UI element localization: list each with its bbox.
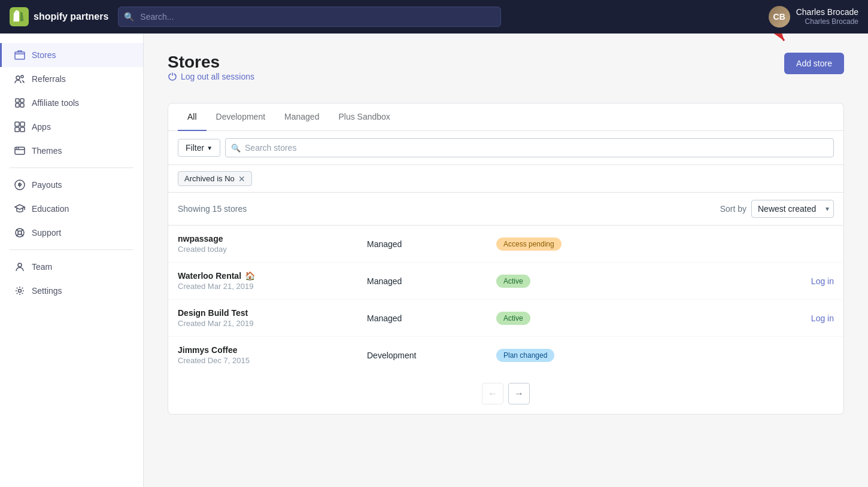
user-menu[interactable]: CB Charles Brocade Charles Brocade xyxy=(769,6,858,28)
stores-search-icon: 🔍 xyxy=(231,144,241,153)
status-badge: Plan changed xyxy=(496,349,554,362)
sidebar-item-referrals[interactable]: Referrals xyxy=(0,67,143,91)
sidebar-label-themes: Themes xyxy=(32,146,62,156)
top-navigation: shopify partners 🔍 CB Charles Brocade Ch… xyxy=(0,0,868,34)
store-action[interactable]: Log in xyxy=(786,276,834,287)
store-created: Created Mar 21, 2019 xyxy=(178,282,357,291)
filter-tag-remove-icon[interactable]: ✕ xyxy=(238,175,245,183)
logo[interactable]: shopify partners xyxy=(10,7,108,26)
logo-text: shopify partners xyxy=(34,11,108,22)
sidebar-item-education[interactable]: Education xyxy=(0,197,143,221)
referrals-icon xyxy=(14,73,26,85)
stores-count: Showing 15 stores xyxy=(178,204,247,214)
store-status: Access pending xyxy=(496,238,776,251)
tabs: All Development Managed Plus Sandbox xyxy=(168,104,843,131)
user-info: Charles Brocade Charles Brocade xyxy=(796,7,858,27)
store-info: nwpassage Created today xyxy=(178,234,357,254)
store-action[interactable]: Log in xyxy=(786,313,834,324)
next-page-button[interactable]: → xyxy=(508,383,530,404)
store-created: Created today xyxy=(178,245,357,254)
tab-all[interactable]: All xyxy=(178,104,207,131)
sidebar: Stores Referrals xyxy=(0,34,144,487)
filter-bar: Filter ▼ 🔍 xyxy=(168,131,843,165)
sidebar-label-payouts: Payouts xyxy=(32,180,62,190)
status-badge: Active xyxy=(496,275,530,288)
logout-all-sessions-link[interactable]: Log out all sessions xyxy=(168,72,254,81)
store-login-link[interactable]: Log in xyxy=(811,276,834,286)
sort-select[interactable]: Newest created Oldest created Alphabetic… xyxy=(751,200,834,218)
svg-point-16 xyxy=(18,263,22,267)
global-search[interactable]: 🔍 xyxy=(118,7,501,27)
sort-select-wrap[interactable]: Newest created Oldest created Alphabetic… xyxy=(751,200,834,218)
store-created: Created Mar 21, 2019 xyxy=(178,319,357,328)
store-emoji: 🏠 xyxy=(245,271,255,281)
prev-page-button[interactable]: ← xyxy=(482,383,503,404)
store-info: Jimmys Coffee Created Dec 7, 2015 xyxy=(178,345,357,365)
payouts-icon xyxy=(14,179,26,191)
sidebar-divider xyxy=(10,168,133,168)
svg-rect-7 xyxy=(20,104,24,107)
sidebar-item-payouts[interactable]: Payouts xyxy=(0,173,143,197)
education-icon xyxy=(14,203,26,215)
tab-plus-sandbox[interactable]: Plus Sandbox xyxy=(329,104,399,131)
sidebar-label-education: Education xyxy=(32,204,69,214)
sidebar-label-affiliate-tools: Affiliate tools xyxy=(32,98,79,108)
svg-point-17 xyxy=(19,290,22,293)
user-name: Charles Brocade xyxy=(796,7,858,17)
search-input[interactable] xyxy=(118,7,501,27)
affiliate-tools-icon xyxy=(14,97,26,109)
store-login-link[interactable]: Log in xyxy=(811,313,834,323)
stores-card: All Development Managed Plus Sandbox Fil… xyxy=(168,103,844,415)
sidebar-item-settings[interactable]: Settings xyxy=(0,279,143,303)
tab-development[interactable]: Development xyxy=(207,104,275,131)
tab-managed[interactable]: Managed xyxy=(275,104,329,131)
sidebar-item-affiliate-tools[interactable]: Affiliate tools xyxy=(0,91,143,115)
sidebar-item-apps[interactable]: Apps xyxy=(0,115,143,139)
pagination: ← → xyxy=(168,373,843,414)
page-title: Stores xyxy=(168,53,254,72)
store-name: Waterloo Rental 🏠 xyxy=(178,271,357,281)
sidebar-label-stores: Stores xyxy=(32,50,56,60)
table-row: nwpassage Created today Managed Access p… xyxy=(168,226,843,263)
table-row: Jimmys Coffee Created Dec 7, 2015 Develo… xyxy=(168,337,843,373)
stores-search-input[interactable] xyxy=(225,138,834,157)
store-type: Managed xyxy=(367,239,487,249)
svg-rect-1 xyxy=(15,52,25,59)
store-type: Development xyxy=(367,351,487,360)
user-sub: Charles Brocade xyxy=(796,17,858,27)
sidebar-label-settings: Settings xyxy=(32,286,62,296)
sort-label: Sort by xyxy=(720,204,746,214)
store-created: Created Dec 7, 2015 xyxy=(178,356,357,365)
filter-tag-archived: Archived is No ✕ xyxy=(178,171,252,186)
svg-rect-9 xyxy=(20,122,25,126)
stores-search-wrap[interactable]: 🔍 xyxy=(225,138,834,157)
filter-button[interactable]: Filter ▼ xyxy=(178,139,220,157)
stores-list: nwpassage Created today Managed Access p… xyxy=(168,226,843,373)
sidebar-label-referrals: Referrals xyxy=(32,74,66,84)
sidebar-item-team[interactable]: Team xyxy=(0,255,143,279)
add-store-area: Add store xyxy=(784,53,844,74)
sidebar-item-themes[interactable]: Themes xyxy=(0,139,143,163)
svg-point-13 xyxy=(16,148,17,149)
add-store-button[interactable]: Add store xyxy=(784,53,844,74)
team-icon xyxy=(14,261,26,273)
store-name: nwpassage xyxy=(178,234,357,244)
svg-rect-5 xyxy=(20,99,24,102)
store-info: Design Build Test Created Mar 21, 2019 xyxy=(178,308,357,328)
avatar: CB xyxy=(769,6,790,28)
stores-icon xyxy=(14,49,26,61)
status-badge: Access pending xyxy=(496,238,562,251)
filter-label: Filter xyxy=(186,143,204,153)
main-content: Stores Log out all sessions xyxy=(144,34,868,487)
store-type: Managed xyxy=(367,276,487,286)
page-title-area: Stores Log out all sessions xyxy=(168,53,254,93)
support-icon xyxy=(14,227,26,239)
table-row: Design Build Test Created Mar 21, 2019 M… xyxy=(168,300,843,337)
themes-icon xyxy=(14,145,26,157)
sidebar-item-support[interactable]: Support xyxy=(0,221,143,245)
status-badge: Active xyxy=(496,312,530,325)
sidebar-label-support: Support xyxy=(32,228,61,238)
table-row: Waterloo Rental 🏠 Created Mar 21, 2019 M… xyxy=(168,263,843,300)
sidebar-item-stores[interactable]: Stores xyxy=(0,43,143,67)
sidebar-label-team: Team xyxy=(32,262,52,272)
